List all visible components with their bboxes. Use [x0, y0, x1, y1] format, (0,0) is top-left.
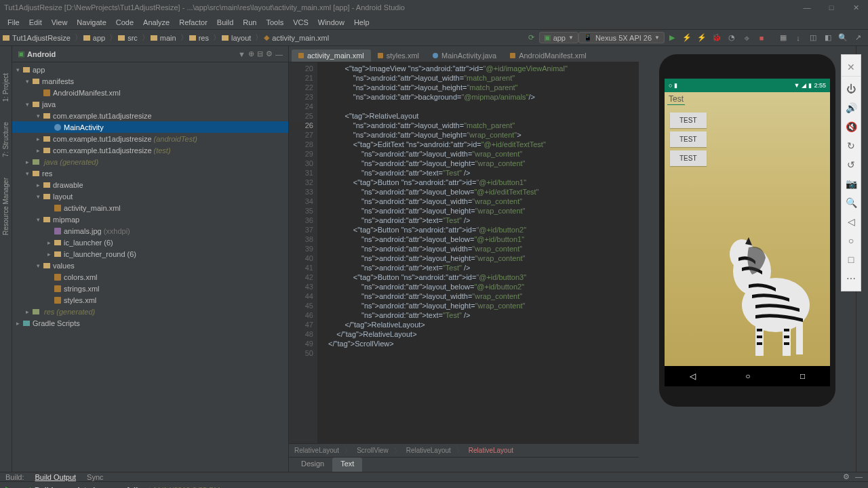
tree-gradle[interactable]: ▸Gradle Scripts [12, 317, 288, 329]
menu-help[interactable]: Help [349, 17, 374, 28]
editor-tab-android-manifest[interactable]: AndroidManifest.xml [503, 49, 593, 62]
run-button[interactable]: ▶ [667, 33, 677, 43]
tree-layout[interactable]: ▾layout [12, 190, 288, 202]
tree-animals[interactable]: animals.jpg(xxhdpi) [12, 225, 288, 237]
apply-changes-icon[interactable]: ⚡ [682, 33, 692, 43]
minimize-button[interactable]: — [799, 3, 815, 12]
search-everywhere-icon[interactable]: 🔍 [837, 33, 848, 43]
layout-inspector-icon[interactable]: ◫ [808, 33, 818, 43]
design-tab[interactable]: Design [293, 458, 332, 472]
back-button[interactable]: ◁ [690, 371, 696, 381]
emulator-back[interactable]: ◁ [842, 212, 861, 231]
crumb-relativelayout3[interactable]: RelativeLayout [469, 447, 513, 454]
tree-styles[interactable]: styles.xml [12, 294, 288, 306]
nav-crumb-src[interactable]: src [118, 34, 138, 42]
menu-build[interactable]: Build [212, 17, 238, 28]
tree-ic-launcher-round[interactable]: ▸ic_launcher_round (6) [12, 248, 288, 260]
sdk-manager-icon[interactable]: ↓ [793, 33, 804, 43]
emulator-rotate-right[interactable]: ↺ [842, 155, 861, 174]
menu-navigate[interactable]: Navigate [72, 17, 111, 28]
tree-mipmap[interactable]: ▾mipmap [12, 214, 288, 225]
tree-drawable[interactable]: ▸drawable [12, 179, 288, 190]
hide-panel-icon[interactable]: — [275, 50, 283, 58]
resource-manager-icon[interactable]: ◧ [823, 33, 833, 43]
emulator-overview[interactable]: □ [842, 250, 861, 269]
debug-button[interactable]: 🐞 [711, 33, 722, 43]
editor-tab-activity-main[interactable]: activity_main.xml [292, 49, 371, 62]
menu-vcs[interactable]: VCS [288, 17, 313, 28]
app-button-2[interactable]: TEST [670, 131, 707, 147]
apply-code-icon[interactable]: ⚡ [696, 33, 707, 43]
tree-strings[interactable]: strings.xml [12, 283, 288, 294]
settings-icon[interactable]: ⚙ [843, 472, 850, 481]
tree-main-activity[interactable]: MainActivity [12, 121, 288, 133]
menu-analyze[interactable]: Analyze [138, 17, 174, 28]
menu-code[interactable]: Code [111, 17, 138, 28]
tree-java-gen[interactable]: ▸java (generated) [12, 156, 288, 167]
gutter-resource-manager[interactable]: Resource Manager [2, 178, 9, 235]
crumb-scrollview[interactable]: ScrollView [357, 447, 389, 454]
menu-run[interactable]: Run [238, 17, 261, 28]
tree-manifests[interactable]: ▾manifests [12, 75, 288, 87]
project-view-dropdown[interactable]: Android [27, 50, 234, 58]
emulator-close[interactable]: ✕ [842, 58, 861, 77]
editor-tab-main-activity[interactable]: MainActivity.java [426, 49, 503, 62]
menu-edit[interactable]: Edit [24, 17, 47, 28]
emulator-zoom[interactable]: 🔍 [842, 193, 861, 212]
app-edittext[interactable]: Test [667, 94, 685, 105]
menu-file[interactable]: File [3, 17, 24, 28]
home-button[interactable]: ○ [745, 371, 750, 381]
maximize-button[interactable]: □ [823, 3, 840, 12]
tree-ic-launcher[interactable]: ▸ic_launcher (6) [12, 237, 288, 248]
tree-java[interactable]: ▾java [12, 98, 288, 110]
avd-manager-icon[interactable]: ▦ [778, 33, 789, 43]
editor-tab-styles[interactable]: styles.xml [371, 49, 426, 62]
code-content[interactable]: <"tag">ImageView "ns">android:"attr">id=… [317, 62, 639, 443]
tree-colors[interactable]: colors.xml [12, 271, 288, 283]
emulator-volume-down[interactable]: 🔇 [842, 117, 861, 136]
profiler-icon[interactable]: ◔ [726, 33, 737, 43]
nav-crumb-res[interactable]: res [189, 34, 209, 42]
emulator-home[interactable]: ○ [842, 231, 861, 250]
tree-package[interactable]: ▾com.example.tut1adjustresize [12, 110, 288, 121]
crumb-relativelayout1[interactable]: RelativeLayout [294, 447, 339, 454]
nav-crumb-layout[interactable]: layout [222, 34, 251, 42]
nav-crumb-root[interactable]: Tut1AdjustResize [3, 34, 71, 42]
close-button[interactable]: ✕ [848, 3, 864, 12]
stop-button[interactable]: ■ [756, 33, 767, 43]
device-dropdown[interactable]: 📱Nexus 5X API 26▼ [578, 32, 665, 43]
gutter-project[interactable]: 1: Project [2, 73, 9, 102]
recents-button[interactable]: □ [800, 371, 805, 381]
nav-crumb-app[interactable]: app [83, 34, 105, 42]
build-output-tab[interactable]: Build Output [35, 473, 77, 481]
settings-icon[interactable]: ⚙ [266, 49, 273, 58]
rerun-icon[interactable]: ▶ [5, 485, 11, 488]
tree-res-gen[interactable]: ▸res (generated) [12, 306, 288, 317]
chevron-down-icon[interactable]: ▼ [238, 50, 245, 58]
hide-icon[interactable]: — [855, 472, 863, 481]
tree-res[interactable]: ▾res [12, 167, 288, 179]
attach-debugger-icon[interactable]: ⎆ [741, 33, 752, 43]
tree-manifest-file[interactable]: AndroidManifest.xml [12, 87, 288, 98]
settings-toolbar-icon[interactable]: ↗ [852, 33, 863, 43]
menu-refactor[interactable]: Refactor [174, 17, 212, 28]
code-editor[interactable]: 2021222324252627282930313233343536373839… [289, 62, 639, 443]
crumb-relativelayout2[interactable]: RelativeLayout [406, 447, 451, 454]
sync-tab[interactable]: Sync [87, 473, 103, 481]
sync-gradle-icon[interactable]: ⟳ [526, 33, 537, 43]
menu-view[interactable]: View [47, 17, 73, 28]
tree-activity-main[interactable]: activity_main.xml [12, 202, 288, 214]
scroll-from-source-icon[interactable]: ⊕ [248, 49, 254, 58]
app-button-1[interactable]: TEST [670, 113, 707, 128]
tree-package-androidtest[interactable]: ▸com.example.tut1adjustresize(androidTes… [12, 133, 288, 144]
emulator-volume-up[interactable]: 🔊 [842, 98, 861, 117]
text-tab[interactable]: Text [332, 458, 362, 472]
emulator-power[interactable]: ⏻ [842, 79, 861, 98]
menu-window[interactable]: Window [313, 17, 349, 28]
menu-tools[interactable]: Tools [261, 17, 288, 28]
gutter-structure[interactable]: 7: Structure [2, 122, 9, 157]
nav-crumb-file[interactable]: ◆ activity_main.xml [264, 33, 329, 42]
phone-screen[interactable]: ○▮ ▼◢▮2:55 Test TEST TEST TEST [665, 79, 830, 386]
tree-app[interactable]: ▾app [12, 64, 288, 75]
tree-package-test[interactable]: ▸com.example.tut1adjustresize(test) [12, 144, 288, 156]
